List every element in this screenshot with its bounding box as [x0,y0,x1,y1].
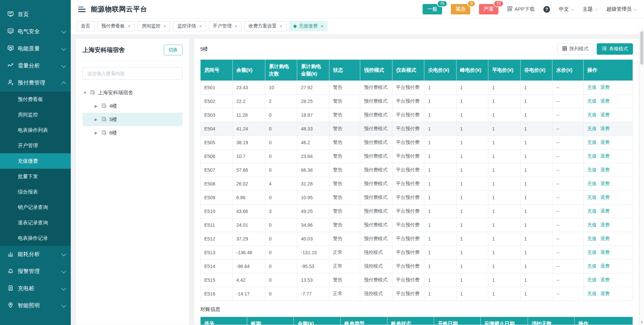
tree-floor-node[interactable]: ▶ 6楼 [83,126,182,140]
recharge-link[interactable]: 充值 [587,98,597,104]
recharge-link[interactable]: 充值 [587,195,597,200]
recharge-link[interactable]: 充值 [587,140,597,145]
collapse-menu-icon[interactable] [78,7,86,12]
recharge-link[interactable]: 充值 [587,263,597,269]
sidebar-item-alarm-management[interactable]: 报警管理 [0,263,71,280]
help-icon[interactable]: ? [543,6,550,13]
nav-tab[interactable]: 房间监控 × [138,21,170,31]
tab-close-icon[interactable]: × [128,23,130,29]
caret-expanded-icon[interactable]: ▼ [83,91,87,95]
matrix-mode-button[interactable]: 阵列模式 [557,43,593,55]
tree-floor-node[interactable]: ▶ 5楼 [83,113,182,126]
sidebar-item-electrical-safety[interactable]: 电气安全 [0,23,71,40]
app-download-link[interactable]: APP下载 [507,6,535,12]
tab-close-icon[interactable]: × [321,23,323,29]
alarm-badge-severe[interactable]: 严重 73 [479,4,498,14]
nav-tab[interactable]: 充值缴费 × [289,21,327,31]
tab-close-icon[interactable]: × [235,23,237,29]
rooms-panel: 5楼 阵列模式 表格模式 [194,38,639,325]
sidebar-subitem[interactable]: 预付费看板 [0,92,71,107]
nav-tab[interactable]: 监控详情 × [173,21,206,31]
recharge-link[interactable]: 充值 [587,277,597,282]
tab-close-icon[interactable]: × [163,23,166,29]
refund-link[interactable]: 退费 [600,126,610,131]
sidebar-subitem[interactable]: 电表操作列表 [0,122,71,138]
scrollbar-thumb[interactable] [640,31,643,65]
caret-collapsed-icon[interactable]: ▶ [95,104,99,108]
sidebar-subitem[interactable]: 充值缴费 [0,153,71,169]
language-dropdown[interactable]: 中文 [559,6,574,12]
rooms-table-header-row: 房间号余额(¥)累计购电次数累计购电金额(¥)状态强控模式仪表模式尖电价(¥)峰… [201,60,633,81]
sidebar-subitem[interactable]: 房间监控 [0,107,71,122]
cell-flat-price: 1 [488,246,521,259]
recharge-link[interactable]: 充值 [587,153,597,159]
tree-search-input[interactable] [83,67,182,80]
rooms-table-header-cell: 强控模式 [360,60,392,81]
cell-room: E503 [201,108,233,122]
table-row: E516 -14.17 0 -7.77 正常 强控模式 平台预付费 1 1 1 [201,287,633,301]
refund-link[interactable]: 退费 [600,195,610,200]
vertical-scrollbar[interactable]: ▼ [639,30,644,325]
sidebar-subitem[interactable]: 开户管理 [0,138,71,153]
top-header: 能源物联网云平台 一般 75 紧急 3 严重 73 APP下载 [71,0,644,19]
sidebar-item-power-quality[interactable]: 电能质量 [0,40,71,57]
nav-tab[interactable]: 收费方案设置 × [245,21,286,31]
recharge-link[interactable]: 充值 [587,250,597,255]
table-mode-button[interactable]: 表格模式 [597,43,633,55]
recharge-link[interactable]: 充值 [587,208,597,214]
sidebar-subitem[interactable]: 退表记录查询 [0,215,71,230]
recharge-link[interactable]: 充值 [587,236,597,241]
sidebar-subitem[interactable]: 销户记录查询 [0,200,71,215]
caret-collapsed-icon[interactable]: ▶ [95,131,99,135]
refund-link[interactable]: 退费 [600,277,610,282]
nav-tab[interactable]: 开户管理 × [209,21,241,31]
recharge-link[interactable]: 充值 [587,181,597,186]
scrollbar-down-arrow-icon[interactable]: ▼ [640,321,644,324]
sidebar-item-charging-pile[interactable]: 充电桩 [0,280,71,297]
caret-collapsed-icon[interactable]: ▶ [95,117,99,122]
tree-floor-node[interactable]: ▶ 4楼 [83,99,182,113]
recharge-link[interactable]: 充值 [587,167,597,172]
refund-link[interactable]: 退费 [600,140,610,145]
sidebar-subitem[interactable]: 综合报表 [0,184,71,200]
refund-link[interactable]: 退费 [600,112,610,117]
tree-root-node[interactable]: ▼ 上海安科瑞宿舍 [83,86,182,99]
sidebar-item-smart-lighting[interactable]: 智能照明 [0,297,71,314]
alarm-badge-urgent[interactable]: 紧急 3 [451,4,470,14]
tab-close-icon[interactable]: × [280,23,282,29]
refund-link[interactable]: 退费 [600,250,610,255]
user-dropdown[interactable]: 超级管理员 [606,6,637,12]
sidebar-subitem[interactable]: 批量下发 [0,169,71,184]
sidebar-item-label: 首页 [18,11,65,18]
refund-link[interactable]: 退费 [600,263,610,269]
refund-link[interactable]: 退费 [600,236,610,241]
cell-purchase-times: 0 [265,259,297,273]
sidebar-item-prepaid-management[interactable]: 预付费管理 [0,74,71,92]
cell-flat-price: 1 [488,94,521,108]
refund-link[interactable]: 退费 [600,208,610,214]
sidebar-subitem[interactable]: 电表操作记录 [0,230,71,246]
refund-link[interactable]: 退费 [600,85,610,90]
recharge-link[interactable]: 充值 [587,85,597,90]
refund-link[interactable]: 退费 [600,153,610,159]
theme-dropdown[interactable]: 主题 [583,6,598,12]
sidebar-item-home[interactable]: 首页 [0,6,71,23]
recharge-link[interactable]: 充值 [587,291,597,296]
tab-close-icon[interactable]: × [199,23,202,29]
refund-link[interactable]: 退费 [600,98,610,104]
nav-tab[interactable]: 预付费看板 × [97,21,135,31]
refund-link[interactable]: 退费 [600,167,610,172]
refund-link[interactable]: 退费 [600,222,610,227]
recharge-link[interactable]: 充值 [587,126,597,131]
sidebar-item-energy-analysis[interactable]: 能耗分析 [0,246,71,263]
switch-building-button[interactable]: 切换 [164,45,182,55]
refund-link[interactable]: 退费 [600,291,610,296]
sidebar-submenu-prepaid: 预付费看板 房间监控 电表操作列表 开户管理 充值缴费 [0,92,71,246]
refund-link[interactable]: 退费 [600,181,610,186]
sidebar-item-demand-analysis[interactable]: 需量分析 [0,57,71,74]
cell-control-mode: 预付费模式 [360,163,392,177]
recharge-link[interactable]: 充值 [587,112,597,117]
recharge-link[interactable]: 充值 [587,222,597,227]
nav-tab[interactable]: 首页 [77,21,94,31]
alarm-badge-general[interactable]: 一般 75 [423,4,442,14]
